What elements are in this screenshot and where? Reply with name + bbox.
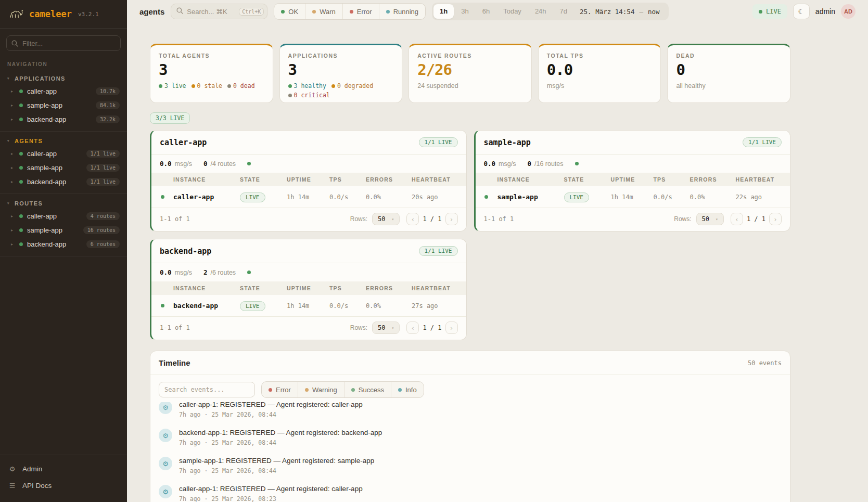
sidebar-item-admin[interactable]: ⚙ Admin xyxy=(0,460,127,477)
app-name: cameleer xyxy=(29,9,72,19)
pagination: ‹ 1 / 1 › xyxy=(731,213,782,225)
stat-label: TOTAL AGENTS xyxy=(159,53,264,59)
stat-card-total-tps: TOTAL TPS 0.0 msg/s xyxy=(538,44,661,103)
sidebar-item-routes-caller-app[interactable]: ▸ caller-app 4 routes xyxy=(0,209,127,223)
col-state: STATE xyxy=(240,176,287,183)
next-page-button[interactable]: › xyxy=(445,213,458,225)
event-item[interactable]: ⚙ sample-app-1: REGISTERED — Agent regis… xyxy=(159,452,782,480)
status-dot xyxy=(19,242,23,246)
section-header-routes[interactable]: ▾ ROUTES xyxy=(0,198,127,209)
overview-live-badge: 3/3 LIVE xyxy=(150,112,190,124)
table-row[interactable]: sample-app LIVE 1h 14m 0.0/s 0.0% 22s ag… xyxy=(476,186,790,208)
sidebar-item-applications-backend-app[interactable]: ▸ backend-app 32.2k xyxy=(0,112,127,126)
event-item[interactable]: ⚙ backend-app-1: REGISTERED — Agent regi… xyxy=(159,423,782,452)
filter-chip-error[interactable]: Error xyxy=(262,382,298,397)
item-label: backend-app xyxy=(27,178,66,186)
item-label: caller-app xyxy=(27,212,57,220)
search-icon xyxy=(11,40,18,49)
rows-per-page-select[interactable]: 50 ▾ xyxy=(696,213,724,225)
filter-chip-error[interactable]: Error xyxy=(342,4,379,19)
theme-toggle-button[interactable]: ☾ xyxy=(793,4,810,19)
next-page-button[interactable]: › xyxy=(445,321,458,334)
chip-label: Warning xyxy=(312,386,337,394)
sidebar-item-agents-caller-app[interactable]: ▸ caller-app 1/1 live xyxy=(0,147,127,161)
tps-value: 0.0 xyxy=(160,160,172,168)
sidebar-item-routes-backend-app[interactable]: ▸ backend-app 6 routes xyxy=(0,237,127,251)
item-badge: 4 routes xyxy=(86,212,120,220)
filter-chip-running[interactable]: Running xyxy=(379,4,425,19)
item-label: backend-app xyxy=(27,240,66,248)
stat-value: 2/26 xyxy=(417,61,523,79)
app-stats-line: 0.0 msg/s 2 /6 routes xyxy=(151,263,466,281)
item-label: sample-app xyxy=(27,101,62,109)
app-title[interactable]: sample-app xyxy=(484,138,531,147)
date-range-display[interactable]: 25. März 14:54 — now xyxy=(575,8,667,16)
status-dot xyxy=(484,195,488,199)
filter-chip-warn[interactable]: Warn xyxy=(305,4,342,19)
col-errors: ERRORS xyxy=(690,176,736,183)
event-timestamp: 7h ago · 25 Mar 2026, 08:23 xyxy=(179,495,363,502)
section-label: APPLICATIONS xyxy=(15,75,66,82)
event-list[interactable]: ⚙ caller-app-1: REGISTERED — Agent regis… xyxy=(150,402,790,502)
sidebar-item-agents-sample-app[interactable]: ▸ sample-app 1/1 live xyxy=(0,161,127,175)
nav-section-label: NAVIGATION xyxy=(0,52,127,69)
app-title[interactable]: caller-app xyxy=(160,138,207,147)
instance-name: sample-app xyxy=(497,193,564,201)
timeline-filters: Error Warning Success Info xyxy=(150,375,790,402)
chip-label: Running xyxy=(393,8,418,16)
avatar[interactable]: AD xyxy=(841,4,856,19)
section-header-agents[interactable]: ▾ AGENTS xyxy=(0,135,127,147)
errors-cell: 0.0% xyxy=(690,194,736,201)
sidebar-section-agents: ▾ AGENTS ▸ caller-app 1/1 live ▸ sample-… xyxy=(0,132,127,194)
state-badge: LIVE xyxy=(564,192,590,202)
filter-chip-warning[interactable]: Warning xyxy=(298,382,344,397)
sidebar-item-routes-sample-app[interactable]: ▸ sample-app 16 routes xyxy=(0,223,127,237)
time-range-1h[interactable]: 1h xyxy=(433,4,454,19)
event-item[interactable]: ⚙ caller-app-1: REGISTERED — Agent regis… xyxy=(159,480,782,502)
timeline-search-input[interactable] xyxy=(159,382,255,397)
next-page-button[interactable]: › xyxy=(769,213,782,225)
prev-page-button[interactable]: ‹ xyxy=(406,213,419,225)
stat-card-total-agents: TOTAL AGENTS 3 3 live 0 stale 0 dead xyxy=(150,44,273,103)
filter-chip-info[interactable]: Info xyxy=(391,382,424,397)
rows-per-page-select[interactable]: 50 ▾ xyxy=(372,321,400,334)
sidebar: cameleer v3.2.1 NAVIGATION ▾ APPLICATION… xyxy=(0,0,127,502)
item-badge: 1/1 live xyxy=(86,164,120,172)
app-title[interactable]: backend-app xyxy=(160,247,211,256)
rows-label: Rows: xyxy=(350,215,367,223)
app-card-backend-app: backend-app 1/1 LIVE 0.0 msg/s 2 /6 rout… xyxy=(150,239,467,340)
sidebar-item-agents-backend-app[interactable]: ▸ backend-app 1/1 live xyxy=(0,175,127,189)
time-range-6h[interactable]: 6h xyxy=(476,4,496,19)
chevron-right-icon: ▸ xyxy=(11,103,15,108)
status-dot xyxy=(19,166,23,170)
time-range-3h[interactable]: 3h xyxy=(455,4,475,19)
filter-chip-success[interactable]: Success xyxy=(344,382,391,397)
rows-per-page-select[interactable]: 50 ▾ xyxy=(372,213,400,225)
event-item[interactable]: ⚙ caller-app-1: REGISTERED — Agent regis… xyxy=(159,402,782,423)
prev-page-button[interactable]: ‹ xyxy=(731,213,743,225)
section-header-applications[interactable]: ▾ APPLICATIONS xyxy=(0,73,127,84)
admin-label: Admin xyxy=(22,465,42,473)
table-row[interactable]: caller-app LIVE 1h 14m 0.0/s 0.0% 20s ag… xyxy=(151,186,466,208)
prev-page-button[interactable]: ‹ xyxy=(406,321,419,334)
filter-chip-ok[interactable]: OK xyxy=(274,4,305,19)
sidebar-item-applications-caller-app[interactable]: ▸ caller-app 10.7k xyxy=(0,84,127,98)
global-search-input[interactable]: Search... ⌘K Ctrl+K xyxy=(171,4,267,19)
routes-active: 2 xyxy=(203,268,208,276)
stat-label: APPLICATIONS xyxy=(288,53,394,59)
sidebar-item-applications-sample-app[interactable]: ▸ sample-app 84.1k xyxy=(0,98,127,112)
table-row[interactable]: backend-app LIVE 1h 14m 0.0/s 0.0% 27s a… xyxy=(151,295,466,317)
stat-breakdown: 3 healthy 0 degraded 0 critical xyxy=(288,82,394,99)
table-footer: 1-1 of 1 Rows: 50 ▾ ‹ 1 / 1 › xyxy=(151,208,466,231)
sidebar-item-api-docs[interactable]: ☰ API Docs xyxy=(0,477,127,494)
time-range-today[interactable]: Today xyxy=(497,4,528,19)
time-range-24h[interactable]: 24h xyxy=(529,4,553,19)
time-range-7d[interactable]: 7d xyxy=(554,4,573,19)
info-dot xyxy=(398,388,402,392)
error-dot xyxy=(269,388,272,392)
status-filter-group: OK Warn Error Running xyxy=(274,3,426,20)
breakdown-text: 0 stale xyxy=(197,82,222,89)
chip-label: Error xyxy=(276,386,291,394)
sidebar-filter-input[interactable] xyxy=(6,35,121,51)
sidebar-section-applications: ▾ APPLICATIONS ▸ caller-app 10.7k ▸ samp… xyxy=(0,69,127,132)
